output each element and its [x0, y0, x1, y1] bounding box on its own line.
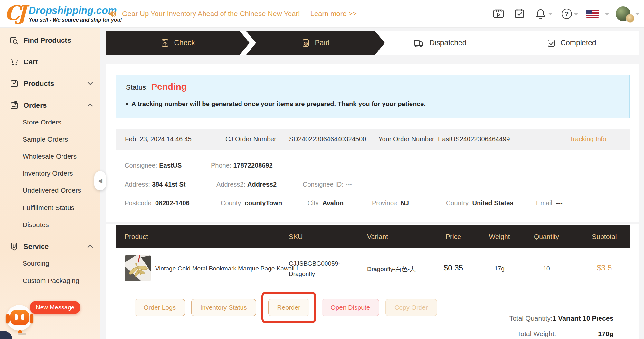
address-value: 384 41st St [152, 181, 186, 188]
sidebar-subitem-label: Custom Packaging [23, 277, 79, 285]
province-value: NJ [401, 199, 409, 206]
sidebar-item-label: Cart [24, 58, 38, 66]
email-value: --- [556, 199, 563, 206]
total-weight-row: Total Weight: 170g [388, 328, 613, 339]
product-quantity: 10 [543, 265, 550, 272]
check-step-icon [161, 39, 169, 47]
cj-order-number-value: SD2402230646440324500 [289, 135, 366, 143]
sidebar-item-custom-packaging[interactable]: Custom Packaging [23, 275, 93, 287]
sidebar-subitem-label: Sample Orders [23, 135, 68, 143]
sidebar-item-label: Service [24, 243, 49, 251]
sidebar-item-fulfillment-status[interactable]: Fulfillment Status [23, 202, 93, 214]
status-label: Status: [126, 83, 148, 92]
sidebar-item-inventory-orders[interactable]: Inventory Orders [23, 168, 93, 179]
product-weight: 17g [494, 265, 505, 272]
sidebar-subitem-label: Fulfillment Status [23, 204, 74, 212]
notifications-bell-icon[interactable] [535, 0, 553, 28]
membership-badge-icon [626, 14, 634, 23]
order-detail-page: CJ Dropshipping.com You sell - We source… [0, 0, 644, 339]
product-table-card: Product SKU Variant Price Weight Quantit… [106, 224, 639, 339]
open-dispute-button[interactable]: Open Dispute [322, 299, 379, 316]
announcement-text: Gear Up Your Inventory Ahead of the Chin… [122, 10, 300, 18]
city-label: City: [308, 199, 320, 206]
consignee-row-1: Consignee:EastUS Phone:17872208692 [106, 160, 639, 171]
sku-line-2: Dragonfly [289, 270, 315, 277]
product-title[interactable]: Vintage Gold Metal Bookmark Marque Page … [155, 265, 290, 272]
logo-cj-monogram: CJ [5, 2, 29, 24]
phone-value: 17872208692 [233, 162, 272, 169]
email-label: Email: [536, 199, 554, 206]
orders-icon [10, 101, 19, 110]
chevron-down-icon [87, 81, 93, 86]
sidebar-item-undelivered-orders[interactable]: Undelivered Orders [23, 185, 93, 196]
address2-value: Address2 [247, 181, 277, 188]
us-flag-icon [586, 10, 599, 18]
sidebar-collapse-button[interactable]: ◀ [94, 171, 106, 190]
step-completed: Completed [523, 31, 620, 55]
order-progress-steps: Check $ Paid Dispatched Completed [106, 31, 639, 55]
step-label: Check [174, 39, 195, 47]
order-meta-bar: Feb. 23, 2024 14:46:45 CJ Order Number: … [116, 129, 630, 150]
sku-line-1: CJJSBGBG00059- [289, 260, 340, 267]
sidebar-subitem-label: Undelivered Orders [23, 187, 81, 194]
postcode-value: 08202-1406 [155, 199, 190, 206]
new-message-badge[interactable]: New Message [30, 301, 80, 314]
sidebar-item-cart[interactable]: Cart [10, 56, 93, 68]
address2-label: Address2: [216, 181, 245, 188]
column-variant: Variant [367, 233, 388, 241]
sidebar-item-sample-orders[interactable]: Sample Orders [23, 133, 93, 145]
chevron-up-icon [87, 244, 93, 249]
calendar-check-icon [547, 39, 556, 48]
total-quantity-row: Total Quantity: 1 Variant 10 Pieces [388, 313, 613, 324]
column-price: Price [446, 233, 461, 241]
consignee-id-value: --- [346, 181, 352, 188]
consignee-id-label: Consignee ID: [303, 181, 344, 188]
tasks-calendar-icon[interactable] [514, 0, 525, 28]
product-sku: CJJSBGBG00059-Dragonfly [289, 259, 340, 279]
sidebar-item-disputes[interactable]: Disputes [23, 219, 93, 231]
sidebar-item-orders[interactable]: Orders [10, 100, 93, 111]
inventory-status-button[interactable]: Inventory Status [191, 299, 256, 316]
sidebar-item-sourcing[interactable]: Sourcing [23, 258, 93, 269]
column-weight: Weight [489, 233, 510, 241]
reorder-highlight-annotation: Reorder [261, 292, 316, 323]
products-icon [10, 79, 19, 88]
phone-label: Phone: [211, 162, 231, 169]
sidebar-item-products[interactable]: Products [10, 78, 93, 89]
column-quantity: Quantity [534, 233, 559, 241]
paid-step-icon: $ [301, 39, 310, 47]
mascot-eye [15, 314, 18, 320]
order-logs-button[interactable]: Order Logs [135, 299, 185, 316]
announcement-learn-more-link[interactable]: Learn more >> [310, 10, 357, 18]
chevron-down-icon [635, 13, 639, 15]
sidebar-item-store-orders[interactable]: Store Orders [23, 116, 93, 128]
speaker-icon [108, 10, 117, 18]
account-menu[interactable] [616, 0, 639, 28]
sidebar-item-wholesale-orders[interactable]: Wholesale Orders [23, 151, 93, 162]
cart-icon [10, 58, 19, 67]
reorder-button[interactable]: Reorder [268, 299, 309, 316]
product-thumbnail[interactable] [125, 255, 151, 281]
video-tutorial-icon[interactable] [493, 0, 504, 28]
consignee-value: EastUS [159, 162, 182, 169]
language-selector[interactable] [586, 0, 609, 28]
brand-logo[interactable]: CJ Dropshipping.com You sell - We source… [5, 2, 122, 24]
mascot-shadow [18, 333, 26, 335]
column-product: Product [125, 233, 148, 241]
county-label: County: [221, 199, 243, 206]
address-label: Address: [125, 181, 150, 188]
chevron-down-icon [548, 13, 553, 15]
postcode-label: Postcode: [125, 199, 153, 206]
consignee-label: Consignee: [125, 162, 157, 169]
avatar [616, 6, 630, 21]
tracking-info-link[interactable]: Tracking Info [569, 135, 606, 143]
status-badge: Pending [151, 82, 186, 92]
sidebar-item-service[interactable]: Service [10, 241, 93, 252]
country-label: Country: [446, 199, 470, 206]
step-label: Paid [315, 39, 329, 47]
announcement-bar: Gear Up Your Inventory Ahead of the Chin… [108, 0, 357, 28]
help-icon[interactable]: ? [562, 0, 578, 28]
chevron-down-icon [574, 13, 578, 15]
sidebar-item-find-products[interactable]: Find Products [10, 35, 93, 46]
top-header: CJ Dropshipping.com You sell - We source… [0, 0, 644, 28]
